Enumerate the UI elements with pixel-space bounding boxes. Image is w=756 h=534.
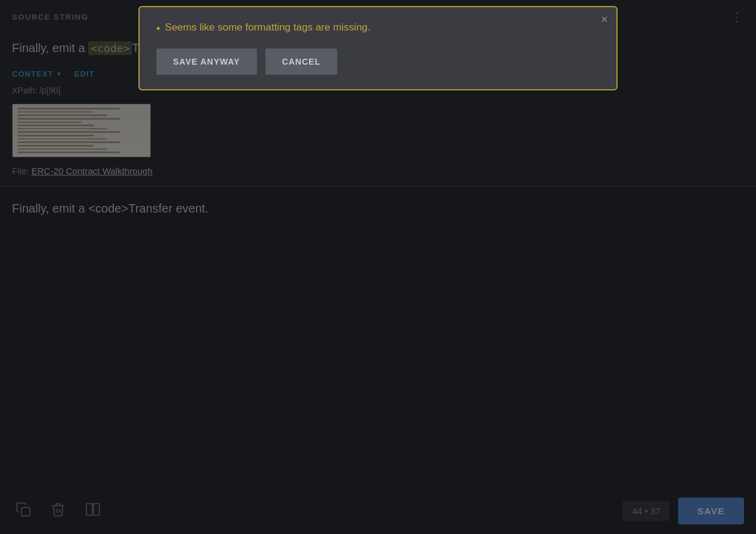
cancel-button[interactable]: CANCEL bbox=[265, 48, 337, 75]
dialog-buttons: SAVE ANYWAY CANCEL bbox=[156, 48, 600, 75]
dialog-message: • Seems like some formatting tags are mi… bbox=[156, 22, 600, 37]
bullet-icon: • bbox=[156, 22, 160, 37]
save-anyway-button[interactable]: SAVE ANYWAY bbox=[156, 48, 257, 75]
close-button[interactable]: × bbox=[601, 13, 608, 25]
dialog-message-text: Seems like some formatting tags are miss… bbox=[165, 22, 370, 34]
warning-dialog: × • Seems like some formatting tags are … bbox=[138, 6, 618, 90]
